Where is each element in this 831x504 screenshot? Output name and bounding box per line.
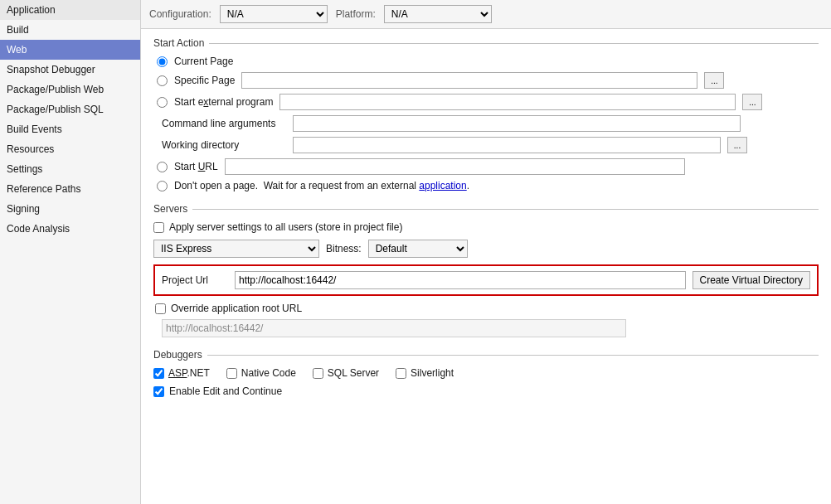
content-area: Start Action Current Page Specific Page …: [141, 29, 831, 504]
sql-debugger-label[interactable]: SQL Server: [328, 367, 379, 379]
platform-label: Platform:: [336, 8, 376, 20]
sql-debugger-checkbox[interactable]: [313, 368, 323, 379]
native-debugger-checkbox[interactable]: [226, 368, 237, 379]
external-program-row: Start external program ...: [153, 94, 819, 110]
apply-server-settings-row: Apply server settings to all users (stor…: [153, 221, 819, 233]
apply-server-settings-label[interactable]: Apply server settings to all users (stor…: [169, 221, 402, 233]
workdir-input[interactable]: [293, 137, 721, 153]
servers-title: Servers: [153, 203, 819, 215]
dont-open-row: Don't open a page. Wait for a request fr…: [153, 180, 819, 191]
sidebar-item-web[interactable]: Web: [0, 40, 140, 60]
external-program-browse-btn[interactable]: ...: [742, 94, 762, 110]
debuggers-title: Debuggers: [153, 349, 819, 361]
override-root-checkbox[interactable]: [155, 303, 166, 314]
current-page-row: Current Page: [153, 56, 819, 67]
start-action-title: Start Action: [153, 37, 819, 49]
server-dropdown[interactable]: IIS Express: [153, 240, 319, 258]
specific-page-row: Specific Page ...: [153, 72, 819, 89]
start-url-input[interactable]: [225, 158, 685, 175]
workdir-row: Working directory ...: [153, 137, 819, 153]
apply-server-settings-checkbox[interactable]: [153, 222, 164, 233]
specific-page-browse-btn[interactable]: ...: [704, 72, 724, 89]
sidebar-item-snapshot-debugger[interactable]: Snapshot Debugger: [0, 60, 140, 80]
enable-edit-label[interactable]: Enable Edit and Continue: [169, 385, 282, 397]
native-debugger-label[interactable]: Native Code: [241, 367, 296, 379]
sidebar-item-build[interactable]: Build: [0, 20, 140, 40]
platform-select[interactable]: N/A: [384, 5, 492, 23]
override-root-row: Override application root URL: [153, 303, 819, 314]
create-virtual-directory-button[interactable]: Create Virtual Directory: [692, 271, 811, 289]
override-url-input[interactable]: [162, 319, 626, 337]
cmdline-label: Command line arguments: [162, 118, 286, 129]
sidebar: ApplicationBuildWebSnapshot DebuggerPack…: [0, 0, 141, 504]
sidebar-item-signing[interactable]: Signing: [0, 199, 140, 219]
iis-bitness-row: IIS Express Bitness: Default: [153, 240, 819, 258]
sidebar-item-application[interactable]: Application: [0, 0, 140, 20]
project-url-input[interactable]: [235, 271, 686, 289]
configuration-label: Configuration:: [149, 8, 211, 20]
workdir-browse-btn[interactable]: ...: [727, 137, 747, 153]
debuggers-section: Debuggers ASP.NET Native Code SQL Server: [153, 349, 819, 397]
enable-edit-checkbox[interactable]: [153, 386, 164, 397]
silverlight-debugger-label[interactable]: Silverlight: [411, 367, 454, 379]
start-url-radio[interactable]: [157, 162, 168, 172]
aspnet-debugger-checkbox[interactable]: [153, 368, 164, 379]
native-debugger-item: Native Code: [226, 367, 296, 379]
silverlight-debugger-item: Silverlight: [396, 367, 454, 379]
specific-page-label[interactable]: Specific Page: [174, 75, 235, 86]
external-program-label[interactable]: Start external program: [174, 96, 273, 108]
app-container: ApplicationBuildWebSnapshot DebuggerPack…: [0, 0, 831, 504]
dont-open-radio[interactable]: [157, 181, 168, 191]
sidebar-item-package-publish-web[interactable]: Package/Publish Web: [0, 80, 140, 99]
external-program-input[interactable]: [279, 94, 736, 110]
dont-open-label[interactable]: Don't open a page. Wait for a request fr…: [174, 180, 469, 191]
bitness-label: Bitness:: [326, 243, 362, 254]
main-panel: Configuration: N/A Platform: N/A Start A…: [141, 0, 831, 504]
project-url-label: Project Url: [162, 274, 228, 286]
sidebar-item-resources[interactable]: Resources: [0, 139, 140, 159]
project-url-box: Project Url Create Virtual Directory: [153, 264, 819, 296]
enable-edit-row: Enable Edit and Continue: [153, 385, 819, 397]
sidebar-item-package-publish-sql[interactable]: Package/Publish SQL: [0, 99, 140, 119]
current-page-radio[interactable]: [157, 56, 168, 67]
specific-page-radio[interactable]: [157, 75, 168, 86]
servers-section: Servers Apply server settings to all use…: [153, 203, 819, 337]
configuration-select[interactable]: N/A: [220, 5, 328, 23]
start-action-section: Start Action Current Page Specific Page …: [153, 37, 819, 191]
top-bar: Configuration: N/A Platform: N/A: [141, 0, 831, 29]
start-url-row: Start URL: [153, 158, 819, 175]
current-page-label[interactable]: Current Page: [174, 56, 233, 67]
sidebar-item-reference-paths[interactable]: Reference Paths: [0, 179, 140, 199]
sidebar-item-settings[interactable]: Settings: [0, 159, 140, 179]
specific-page-input[interactable]: [241, 72, 697, 89]
cmdline-row: Command line arguments: [153, 115, 819, 132]
cmdline-input[interactable]: [293, 115, 741, 132]
aspnet-debugger-item: ASP.NET: [153, 367, 210, 379]
sidebar-item-code-analysis[interactable]: Code Analysis: [0, 219, 140, 239]
aspnet-debugger-label[interactable]: ASP.NET: [168, 367, 210, 379]
sql-debugger-item: SQL Server: [313, 367, 379, 379]
external-program-radio[interactable]: [157, 97, 168, 108]
sidebar-item-build-events[interactable]: Build Events: [0, 119, 140, 139]
silverlight-debugger-checkbox[interactable]: [396, 368, 406, 379]
bitness-dropdown[interactable]: Default: [368, 240, 468, 258]
override-root-label[interactable]: Override application root URL: [171, 303, 302, 314]
start-url-label[interactable]: Start URL: [174, 161, 218, 172]
debuggers-row: ASP.NET Native Code SQL Server Silverlig…: [153, 367, 819, 379]
workdir-label: Working directory: [162, 139, 286, 151]
